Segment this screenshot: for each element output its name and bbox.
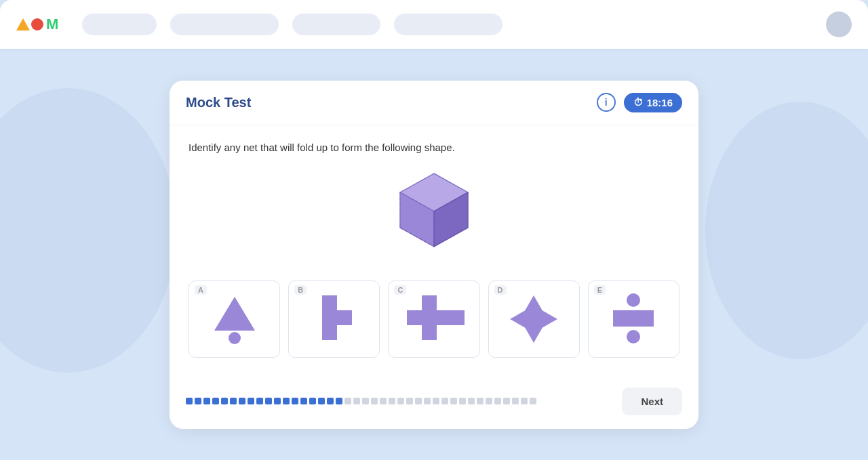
svg-point-23	[627, 293, 640, 307]
progress-dot-35	[486, 398, 492, 404]
question-text: Identify any net that will fold up to fo…	[189, 142, 679, 153]
timer-icon: ⏱	[633, 97, 643, 108]
svg-rect-17	[437, 310, 452, 325]
option-a-shape	[211, 293, 258, 344]
progress-dot-25	[397, 398, 404, 404]
timer-badge: ⏱ 18:16	[624, 93, 682, 112]
option-e[interactable]: E	[588, 280, 679, 358]
navbar: M	[0, 0, 868, 49]
progress-dot-13	[292, 398, 298, 404]
option-c[interactable]: C	[388, 280, 479, 358]
option-b[interactable]: B	[288, 280, 380, 358]
main-content: Mock Test i ⏱ 18:16 Identify any net tha…	[0, 49, 868, 460]
option-d[interactable]: D	[488, 280, 580, 358]
logo-triangle-icon	[16, 18, 30, 30]
card-body: Identify any net that will fold up to fo…	[170, 125, 698, 388]
cube-illustration	[189, 167, 679, 262]
svg-marker-9	[214, 297, 255, 331]
user-avatar[interactable]	[826, 12, 852, 37]
option-d-shape	[507, 292, 561, 346]
progress-dot-26	[406, 398, 413, 404]
card-footer: Next	[170, 388, 698, 429]
progress-dot-22	[371, 398, 378, 404]
svg-point-10	[229, 332, 241, 344]
progress-dot-10	[265, 398, 272, 404]
svg-rect-24	[613, 310, 654, 327]
progress-dot-21	[362, 398, 369, 404]
progress-dot-9	[256, 398, 263, 404]
progress-dot-2	[195, 398, 201, 404]
progress-dot-15	[309, 398, 316, 404]
quiz-card: Mock Test i ⏱ 18:16 Identify any net tha…	[170, 81, 698, 429]
bg-blob-right	[705, 102, 868, 359]
progress-dot-6	[230, 398, 237, 404]
progress-dot-23	[380, 398, 387, 404]
nav-pill-2[interactable]	[170, 14, 279, 35]
progress-dot-20	[353, 398, 360, 404]
progress-dot-39	[521, 398, 528, 404]
timer-value: 18:16	[647, 97, 673, 108]
nav-pill-4[interactable]	[394, 14, 502, 35]
progress-dot-40	[530, 398, 536, 404]
progress-dot-7	[239, 398, 245, 404]
logo-circle-icon	[31, 18, 43, 30]
option-a-label: A	[195, 285, 207, 295]
progress-bar	[186, 398, 536, 404]
svg-rect-15	[407, 310, 422, 325]
logo: M	[16, 16, 58, 33]
nav-pill-1[interactable]	[82, 14, 157, 35]
progress-dot-14	[300, 398, 307, 404]
progress-dot-8	[248, 398, 254, 404]
progress-dot-32	[459, 398, 466, 404]
progress-dot-33	[468, 398, 475, 404]
progress-dot-29	[433, 398, 439, 404]
progress-dot-27	[415, 398, 422, 404]
header-right: i ⏱ 18:16	[597, 93, 682, 112]
progress-dot-34	[477, 398, 484, 404]
svg-rect-19	[422, 295, 437, 310]
svg-rect-20	[422, 325, 437, 340]
option-b-shape	[312, 292, 356, 346]
svg-rect-14	[322, 325, 337, 340]
option-d-label: D	[494, 285, 507, 295]
option-a[interactable]: A	[189, 280, 280, 358]
progress-dot-24	[389, 398, 395, 404]
progress-dot-4	[212, 398, 219, 404]
svg-rect-16	[422, 310, 437, 325]
svg-rect-13	[337, 310, 352, 325]
progress-dot-3	[203, 398, 210, 404]
progress-dot-37	[503, 398, 510, 404]
svg-rect-12	[322, 310, 337, 325]
progress-dot-38	[512, 398, 519, 404]
option-e-shape	[606, 292, 660, 346]
progress-dot-28	[424, 398, 431, 404]
card-title: Mock Test	[186, 95, 251, 110]
progress-dot-12	[283, 398, 290, 404]
next-button[interactable]: Next	[622, 388, 682, 415]
progress-dot-1	[186, 398, 193, 404]
card-header: Mock Test i ⏱ 18:16	[170, 81, 698, 125]
progress-dot-11	[274, 398, 281, 404]
progress-dot-31	[450, 398, 457, 404]
progress-dot-16	[318, 398, 325, 404]
progress-dot-18	[336, 398, 342, 404]
info-button[interactable]: i	[597, 93, 616, 112]
option-e-label: E	[594, 285, 606, 295]
svg-rect-18	[452, 310, 465, 325]
option-c-label: C	[394, 285, 406, 295]
bg-blob-left	[0, 88, 176, 373]
option-b-label: B	[294, 285, 307, 295]
progress-dot-19	[344, 398, 351, 404]
nav-pill-3[interactable]	[292, 14, 380, 35]
logo-m-icon: M	[46, 16, 58, 33]
options-row: A B	[189, 280, 679, 358]
progress-dot-30	[441, 398, 448, 404]
progress-dot-5	[221, 398, 228, 404]
progress-dot-36	[494, 398, 501, 404]
svg-rect-11	[322, 295, 337, 310]
svg-marker-22	[510, 306, 557, 333]
option-c-shape	[403, 293, 465, 344]
cube-svg	[380, 167, 488, 262]
progress-dot-17	[327, 398, 334, 404]
svg-point-25	[627, 330, 640, 343]
